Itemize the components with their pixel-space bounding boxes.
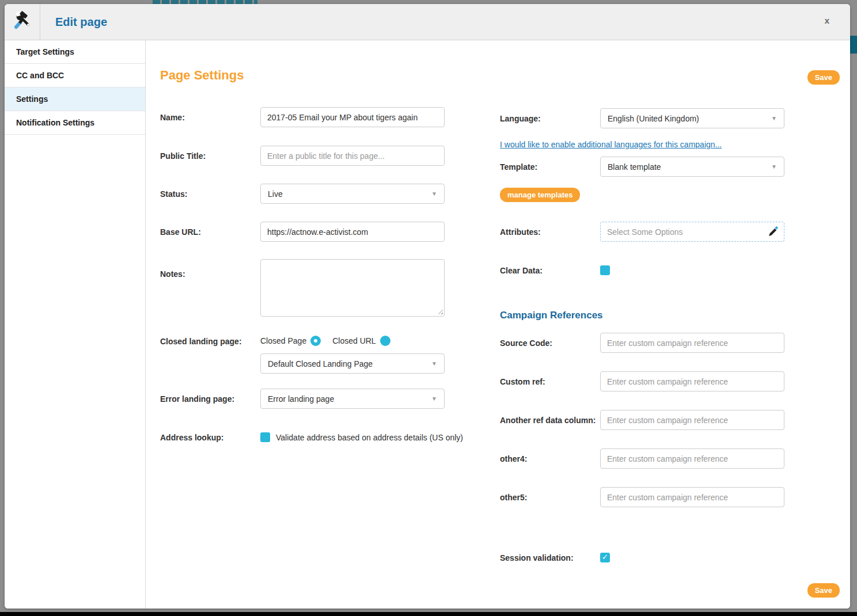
sidebar-item-label: Notification Settings <box>16 118 94 127</box>
closed-page-radio[interactable] <box>310 336 321 346</box>
chevron-down-icon: ▼ <box>771 115 777 121</box>
source-code-input[interactable] <box>600 333 784 353</box>
modal-header: Edit page x <box>5 4 850 40</box>
public-title-input[interactable] <box>260 146 445 166</box>
error-landing-page-select-value: Error landing page <box>268 394 334 404</box>
notes-row: Notes: <box>160 259 451 317</box>
other5-row: other5: <box>500 487 791 507</box>
error-landing-page-select[interactable]: Error landing page ▼ <box>260 389 445 409</box>
source-code-label: Source Code: <box>500 339 600 348</box>
name-label: Name: <box>160 113 260 122</box>
session-validation-row: Session validation: <box>500 553 791 562</box>
base-url-input[interactable] <box>260 222 445 242</box>
source-code-row: Source Code: <box>500 333 791 353</box>
clear-data-row: Clear Data: <box>500 265 791 275</box>
public-title-label: Public Title: <box>160 151 260 161</box>
name-input[interactable] <box>260 107 445 127</box>
manage-templates-row: manage templates <box>500 188 791 202</box>
template-select-value: Blank template <box>608 162 661 172</box>
name-row: Name: <box>160 107 451 127</box>
session-validation-label: Session validation: <box>500 553 600 562</box>
manage-templates-button[interactable]: manage templates <box>500 188 580 202</box>
public-title-row: Public Title: <box>160 146 451 166</box>
error-landing-page-label: Error landing page: <box>160 394 260 404</box>
status-select[interactable]: Live ▼ <box>260 184 445 204</box>
save-button-top[interactable]: Save <box>807 70 840 85</box>
additional-languages-link[interactable]: I would like to enable additional langua… <box>500 140 722 149</box>
background-page-title-fragment <box>153 0 257 4</box>
status-select-value: Live <box>268 189 283 199</box>
other4-row: other4: <box>500 448 791 469</box>
closed-landing-page-row: Closed landing page: Closed Page Closed … <box>160 336 451 374</box>
sidebar-item-notification-settings[interactable]: Notification Settings <box>5 111 145 135</box>
address-lookup-checkbox[interactable] <box>260 432 270 442</box>
form-left-column: Name: Public Title: Status: Live ▼ <box>160 107 451 442</box>
error-landing-page-row: Error landing page: Error landing page ▼ <box>160 389 451 409</box>
sidebar-item-settings[interactable]: Settings <box>5 88 145 111</box>
modal-title: Edit page <box>55 16 107 29</box>
closed-landing-page-label: Closed landing page: <box>160 336 260 346</box>
template-label: Template: <box>500 162 600 172</box>
chevron-down-icon: ▼ <box>431 191 437 197</box>
status-row: Status: Live ▼ <box>160 184 451 204</box>
address-lookup-checkbox-label: Validate address based on address detail… <box>276 433 463 442</box>
base-url-row: Base URL: <box>160 222 451 242</box>
edit-pencil-icon[interactable] <box>767 226 779 238</box>
another-ref-input[interactable] <box>600 410 784 430</box>
clear-data-label: Clear Data: <box>500 266 600 275</box>
edit-page-modal: Edit page x Target Settings CC and BCC S… <box>5 4 850 609</box>
chevron-down-icon: ▼ <box>431 396 437 402</box>
status-label: Status: <box>160 189 260 199</box>
closed-landing-page-select[interactable]: Default Closed Landing Page ▼ <box>260 353 445 374</box>
save-button-bottom[interactable]: Save <box>807 583 840 598</box>
chevron-down-icon: ▼ <box>431 360 437 367</box>
sidebar-item-target-settings[interactable]: Target Settings <box>5 40 145 64</box>
closed-landing-radio-group: Closed Page Closed URL <box>260 336 448 346</box>
attributes-row: Attributes: <box>500 222 791 242</box>
closed-url-radio[interactable] <box>380 336 390 346</box>
campaign-references-heading: Campaign References <box>500 310 791 321</box>
template-row: Template: Blank template ▼ <box>500 157 791 177</box>
closed-landing-page-select-value: Default Closed Landing Page <box>268 359 373 368</box>
tools-icon-cell <box>5 4 40 40</box>
attributes-input[interactable] <box>601 227 767 237</box>
sidebar-item-label: CC and BCC <box>16 71 64 80</box>
attributes-multiselect[interactable] <box>600 222 784 242</box>
template-select[interactable]: Blank template ▼ <box>600 157 784 177</box>
address-lookup-row: Address lookup: Validate address based o… <box>160 432 451 442</box>
sidebar-item-cc-and-bcc[interactable]: CC and BCC <box>5 64 145 88</box>
background-bottom-bar <box>0 612 857 616</box>
clear-data-checkbox[interactable] <box>600 265 610 275</box>
close-icon[interactable]: x <box>825 16 829 25</box>
language-select-value: English (United Kingdom) <box>608 114 699 123</box>
closed-url-option-label: Closed URL <box>332 336 376 345</box>
form-right-column: Language: English (United Kingdom) ▼ I w… <box>500 108 791 562</box>
language-select[interactable]: English (United Kingdom) ▼ <box>600 108 784 128</box>
custom-ref-row: Custom ref: <box>500 371 791 391</box>
base-url-label: Base URL: <box>160 227 260 237</box>
another-ref-row: Another ref data column: <box>500 410 791 430</box>
language-label: Language: <box>500 114 600 123</box>
notes-textarea[interactable] <box>260 259 445 317</box>
background-teal-fragment <box>850 36 857 54</box>
another-ref-label: Another ref data column: <box>500 416 600 425</box>
session-validation-checkbox[interactable] <box>600 553 610 562</box>
page-title: Page Settings <box>160 68 244 83</box>
screen: Edit page x Target Settings CC and BCC S… <box>0 0 857 616</box>
other5-input[interactable] <box>600 487 784 507</box>
page-settings-panel: Page Settings Save Name: Public Title: S… <box>146 40 850 609</box>
custom-ref-input[interactable] <box>600 371 784 391</box>
chevron-down-icon: ▼ <box>771 163 777 170</box>
other4-input[interactable] <box>600 448 784 469</box>
attributes-label: Attributes: <box>500 227 600 237</box>
other4-label: other4: <box>500 454 600 463</box>
address-lookup-label: Address lookup: <box>160 433 260 442</box>
notes-label: Notes: <box>160 259 260 279</box>
custom-ref-label: Custom ref: <box>500 377 600 386</box>
other5-label: other5: <box>500 493 600 502</box>
sidebar: Target Settings CC and BCC Settings Noti… <box>5 40 146 609</box>
additional-languages-row: I would like to enable additional langua… <box>500 139 791 150</box>
modal-body: Target Settings CC and BCC Settings Noti… <box>5 40 850 609</box>
sidebar-item-label: Settings <box>16 94 48 104</box>
language-row: Language: English (United Kingdom) ▼ <box>500 108 791 128</box>
